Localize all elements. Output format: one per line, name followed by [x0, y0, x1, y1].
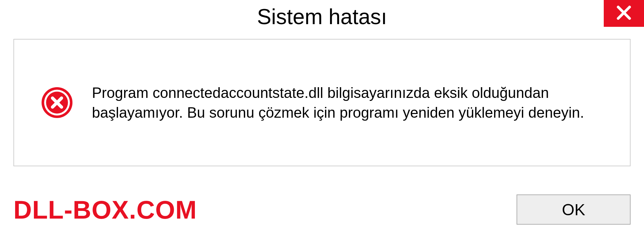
- message-panel: Program connectedaccountstate.dll bilgis…: [13, 39, 631, 166]
- close-button[interactable]: [604, 0, 644, 27]
- footer: DLL-BOX.COM OK: [13, 194, 631, 225]
- title-bar: Sistem hatası: [0, 0, 644, 34]
- close-icon: [615, 4, 632, 22]
- ok-button[interactable]: OK: [517, 194, 631, 225]
- error-icon: [41, 86, 73, 119]
- error-message: Program connectedaccountstate.dll bilgis…: [92, 83, 603, 123]
- window-title: Sistem hatası: [257, 4, 387, 29]
- watermark-label: DLL-BOX.COM: [13, 195, 197, 224]
